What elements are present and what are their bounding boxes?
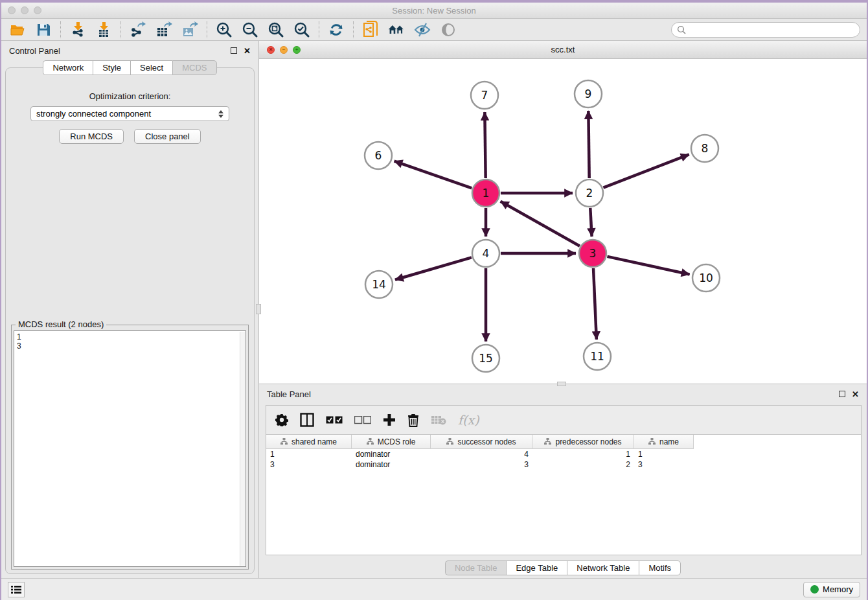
tab-node-table[interactable]: Node Table — [445, 560, 507, 575]
column-header-MCDS-role[interactable]: MCDS role — [352, 435, 431, 449]
edge-4-14[interactable] — [395, 257, 472, 279]
memory-status-label: Memory — [823, 584, 853, 594]
edge-3-10[interactable] — [607, 257, 689, 275]
run-mcds-button[interactable]: Run MCDS — [59, 129, 124, 144]
column-tree-icon — [280, 438, 288, 445]
tab-network-table[interactable]: Network Table — [567, 560, 639, 575]
export-image-icon[interactable] — [181, 21, 198, 38]
zoom-fit-icon[interactable] — [268, 21, 284, 38]
import-table-icon[interactable] — [95, 21, 112, 38]
cell-shared-name[interactable]: 1 — [266, 449, 352, 459]
open-session-icon[interactable] — [9, 21, 26, 38]
control-panel-close-icon[interactable]: ✕ — [244, 47, 251, 55]
table-panel-close-icon[interactable]: ✕ — [852, 390, 859, 398]
network-graph[interactable]: 7968124314101511 — [259, 59, 867, 384]
tab-mcds[interactable]: MCDS — [172, 60, 216, 75]
zoom-selected-icon[interactable] — [293, 21, 310, 38]
search-input[interactable] — [686, 25, 854, 34]
table-tabs: Node TableEdge TableNetwork TableMotifs — [259, 560, 867, 575]
add-column-plus-icon[interactable] — [383, 413, 396, 426]
table-settings-gear-icon[interactable] — [275, 413, 288, 426]
refresh-icon[interactable] — [328, 21, 345, 38]
save-session-icon[interactable] — [35, 21, 52, 38]
column-header-label: successor nodes — [457, 437, 516, 446]
table-panel-float-icon[interactable] — [839, 391, 845, 397]
node-label-10: 10 — [699, 271, 713, 284]
edge-2-8[interactable] — [603, 154, 689, 187]
node-label-9: 9 — [585, 87, 592, 100]
tab-select[interactable]: Select — [130, 60, 172, 75]
tab-edge-table[interactable]: Edge Table — [506, 560, 567, 575]
import-network-icon[interactable] — [69, 21, 86, 38]
node-label-6: 6 — [375, 149, 382, 162]
export-table-icon[interactable] — [155, 21, 172, 38]
cell-predecessor-nodes[interactable]: 1 — [532, 449, 634, 459]
network-window-title: scc.txt — [259, 45, 867, 54]
edge-1-6[interactable] — [394, 161, 472, 189]
nested-networks-home-icon[interactable] — [388, 21, 405, 38]
optimization-criterion-select[interactable]: strongly connected component — [30, 106, 229, 121]
memory-status-button[interactable]: Memory — [803, 582, 860, 597]
table-row[interactable]: 3dominator323 — [266, 459, 861, 470]
window-title: Session: New Session — [1, 6, 867, 16]
column-header-predecessor-nodes[interactable]: predecessor nodes — [532, 435, 634, 449]
export-network-icon[interactable] — [130, 21, 146, 38]
toggle-visibility-eye-icon[interactable] — [440, 21, 457, 38]
optimization-criterion-value: strongly connected component — [36, 109, 151, 119]
column-header-shared-name[interactable]: shared name — [266, 435, 352, 449]
delete-column-trash-icon[interactable] — [407, 413, 419, 427]
edge-3-1[interactable] — [501, 202, 580, 246]
delete-table-icon — [431, 415, 446, 425]
mcds-result-text[interactable]: 1 3 — [14, 330, 246, 567]
function-builder-icon: f(x) — [458, 413, 479, 427]
cell-successor-nodes[interactable]: 4 — [431, 449, 532, 459]
zoom-in-icon[interactable] — [216, 21, 233, 38]
memory-status-dot-icon — [810, 585, 819, 594]
node-label-2: 2 — [586, 187, 593, 200]
table-row[interactable]: 1dominator411 — [266, 449, 861, 459]
control-panel-float-icon[interactable] — [231, 47, 237, 54]
cell-predecessor-nodes[interactable]: 2 — [532, 459, 634, 470]
select-all-checks-icon[interactable] — [326, 416, 343, 424]
cell-MCDS-role[interactable]: dominator — [352, 449, 431, 459]
close-panel-button[interactable]: Close panel — [134, 129, 201, 144]
column-header-successor-nodes[interactable]: successor nodes — [431, 435, 532, 449]
tab-motifs[interactable]: Motifs — [639, 560, 681, 575]
result-scrollbar[interactable] — [240, 332, 245, 566]
control-panel-tabs: NetworkStyleSelectMCDS — [1, 60, 258, 75]
tab-style[interactable]: Style — [93, 60, 130, 75]
clone-network-icon[interactable] — [362, 21, 379, 38]
network-canvas[interactable]: 7968124314101511 — [259, 59, 867, 384]
show-column-panel-icon[interactable] — [300, 413, 314, 427]
network-view-window: ✕ − + scc.txt 7968124314101511 — [259, 41, 867, 384]
table-toolbar: f(x) — [266, 406, 861, 434]
search-field[interactable] — [671, 22, 860, 38]
cell-name[interactable]: 3 — [634, 459, 694, 470]
table-header-row: shared nameMCDS rolesuccessor nodesprede… — [266, 435, 861, 449]
hide-panels-eye-slash-icon[interactable] — [414, 21, 431, 38]
splitter-grip-horizontal[interactable] — [557, 382, 566, 386]
cell-successor-nodes[interactable]: 3 — [431, 459, 532, 470]
splitter-grip-vertical[interactable] — [256, 304, 261, 314]
edge-2-3[interactable] — [590, 208, 591, 237]
column-header-name[interactable]: name — [634, 435, 694, 449]
node-label-7: 7 — [481, 89, 488, 102]
task-history-list-icon[interactable] — [8, 582, 25, 597]
zoom-out-icon[interactable] — [242, 21, 258, 38]
main-toolbar — [1, 19, 867, 41]
cell-name[interactable]: 1 — [634, 449, 694, 459]
edge-2-9[interactable] — [588, 111, 589, 178]
optimization-criterion-label: Optimization criterion: — [6, 91, 254, 101]
column-tree-icon — [648, 438, 656, 445]
clear-all-checks-icon[interactable] — [354, 416, 371, 424]
tab-network[interactable]: Network — [43, 60, 93, 75]
cell-shared-name[interactable]: 3 — [266, 459, 352, 470]
status-bar: Memory — [1, 578, 867, 600]
node-label-1: 1 — [483, 187, 490, 200]
edge-1-7[interactable] — [485, 112, 485, 178]
app-window: Session: New Session — [0, 0, 868, 600]
control-panel: Control Panel ✕ NetworkStyleSelectMCDS O… — [1, 41, 259, 578]
network-window-titlebar[interactable]: ✕ − + scc.txt — [259, 41, 867, 59]
edge-3-11[interactable] — [593, 268, 597, 340]
cell-MCDS-role[interactable]: dominator — [352, 459, 431, 470]
